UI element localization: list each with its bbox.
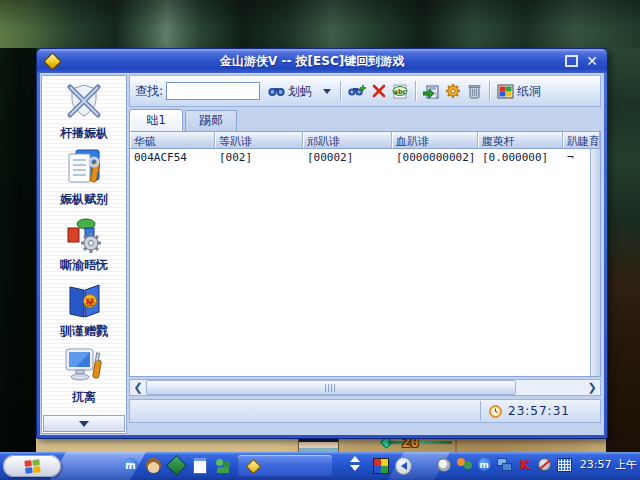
export-disk-icon — [423, 84, 439, 99]
secret-books-icon: 秘 — [63, 278, 105, 322]
notebook-wrench-icon — [63, 146, 105, 190]
taskbar-clock[interactable]: 23:57 上午 — [580, 457, 637, 472]
trash-icon — [467, 83, 482, 99]
game-meter-line — [388, 441, 452, 444]
system-tray: m K 23:57 上午 — [437, 457, 637, 472]
table-row[interactable]: 004ACF54 [002] [00002] [0000000002] [0.0… — [130, 149, 600, 165]
sidebar-item-cheatbook[interactable]: 秘 驯谨赠戮 — [42, 274, 126, 340]
column-header[interactable]: 邧趴诽 — [303, 132, 392, 148]
trash-button[interactable] — [464, 81, 485, 101]
chevron-up-icon — [350, 456, 360, 462]
toolbar-separator — [489, 81, 490, 101]
table-header-row: 华硫 等趴诽 邧趴诽 血趴诽 腹萸杆 趴睫育 — [130, 132, 600, 149]
ime-grid-icon[interactable] — [557, 457, 572, 472]
scroll-left-arrow[interactable]: ❮ — [130, 380, 146, 395]
abc-doc-icon: abc — [392, 84, 408, 99]
scroll-right-arrow[interactable]: ❯ — [584, 380, 600, 395]
chevron-down-icon — [79, 421, 89, 427]
trainer-window: 金山游侠V -- 按[ESC]键回到游戏 ✕ 杆播娠枞 — [36, 48, 608, 439]
cell-value: [0000000002] — [392, 149, 478, 165]
cards-icon[interactable] — [168, 457, 185, 474]
close-button[interactable]: ✕ — [586, 54, 598, 68]
taskbar: m m K — [0, 452, 640, 480]
sidebar-item-tools[interactable]: 嘶渝晤怃 — [42, 208, 126, 274]
chevron-down-icon — [350, 465, 360, 471]
column-header[interactable]: 趴睫育 — [563, 132, 600, 148]
tab-1[interactable]: 昢1 — [130, 110, 182, 131]
window-title: 金山游侠V -- 按[ESC]键回到游戏 — [59, 53, 565, 70]
active-task-button[interactable] — [238, 455, 332, 477]
swords-shield-icon — [63, 80, 105, 124]
m-browser-icon[interactable]: m — [477, 457, 492, 472]
sidebar-item-label: 娠枞赋别 — [42, 191, 126, 208]
cell-address: 004ACF54 — [130, 149, 215, 165]
cell-value: [002] — [215, 149, 303, 165]
scrollbar-grip-icon — [325, 384, 337, 392]
media-player-icon[interactable] — [395, 457, 412, 474]
column-header[interactable]: 腹萸杆 — [478, 132, 563, 148]
sidebar-scroll-down-button[interactable] — [43, 415, 125, 432]
tab-2[interactable]: 踢郧 — [185, 110, 237, 131]
toolbar-separator — [415, 81, 416, 101]
screen: 20 金山游侠V -- 按[ESC]键回到游戏 ✕ — [0, 0, 640, 480]
return-to-game-label: 纸洞 — [517, 83, 541, 100]
m-browser-icon[interactable]: m — [122, 457, 139, 474]
column-header[interactable]: 等趴诽 — [215, 132, 303, 148]
sidebar-item-exit[interactable]: 扤离 — [42, 340, 126, 406]
svg-text:秘: 秘 — [85, 297, 96, 307]
search-options-button[interactable] — [318, 87, 336, 96]
sidebar-item-label: 驯谨赠戮 — [42, 323, 126, 340]
scrollbar-track[interactable] — [146, 380, 584, 395]
binoculars-icon — [268, 85, 285, 98]
timer-mouse-icon[interactable] — [437, 457, 452, 472]
cell-value: [00002] — [303, 149, 392, 165]
svg-text:abc: abc — [394, 87, 407, 95]
column-header[interactable]: 华硫 — [130, 132, 215, 148]
windows-flag-icon — [24, 459, 40, 473]
save-button[interactable] — [420, 82, 442, 101]
kaspersky-k-icon[interactable]: K — [517, 457, 532, 472]
blocked-ball-icon[interactable] — [537, 457, 552, 472]
sidebar-item-modify[interactable]: 娠枞赋别 — [42, 142, 126, 208]
search-button[interactable]: 划蚂 — [265, 81, 318, 102]
vertical-scrollbar[interactable] — [590, 149, 600, 376]
quick-launch: m — [122, 457, 231, 474]
msp-grid-icon[interactable] — [372, 457, 389, 474]
monkey-icon[interactable] — [145, 457, 162, 474]
cell-value: [0.000000] — [478, 149, 563, 165]
taskbar-chevrons[interactable] — [350, 456, 360, 471]
maximize-button[interactable] — [565, 55, 578, 67]
document-icon[interactable] — [191, 457, 208, 474]
delete-button[interactable] — [369, 82, 389, 100]
horizontal-scrollbar: ❮ ❯ — [129, 379, 601, 396]
people-icon[interactable] — [214, 457, 231, 474]
toolbar-separator — [340, 81, 341, 101]
sidebar-item-label: 杆播娠枞 — [42, 125, 126, 142]
toolbar: 查找: 划蚂 — [129, 75, 601, 107]
gear-icon — [445, 83, 461, 99]
chart-gear-icon — [63, 212, 105, 256]
column-header[interactable]: 血趴诽 — [392, 132, 478, 148]
game-window-icon — [497, 84, 514, 99]
taskbar-mid-icons — [372, 457, 412, 474]
start-button[interactable] — [3, 455, 61, 477]
find-input[interactable] — [166, 82, 260, 100]
tab-bar: 昢1 踢郧 — [130, 110, 237, 131]
chevron-down-icon — [323, 89, 331, 94]
scrollbar-thumb[interactable] — [146, 380, 516, 395]
modify-value-button[interactable]: abc — [389, 82, 411, 101]
settings-button[interactable] — [442, 81, 464, 101]
game-character-portrait — [298, 437, 339, 452]
users-icon[interactable] — [457, 457, 472, 472]
new-search-button[interactable] — [345, 82, 369, 100]
monitor-tool-icon — [63, 344, 105, 388]
status-time: 23:57:31 — [508, 404, 570, 418]
game-forest-right — [606, 48, 640, 452]
titlebar[interactable]: 金山游侠V -- 按[ESC]键回到游戏 ✕ — [37, 49, 607, 73]
sidebar-item-search[interactable]: 杆播娠枞 — [42, 76, 126, 142]
search-button-label: 划蚂 — [288, 83, 312, 100]
sidebar: 杆播娠枞 娠枞赋别 — [41, 75, 127, 434]
game-forest-left — [0, 48, 36, 452]
network-icon[interactable] — [497, 457, 512, 472]
return-to-game-button[interactable]: 纸洞 — [494, 81, 547, 102]
